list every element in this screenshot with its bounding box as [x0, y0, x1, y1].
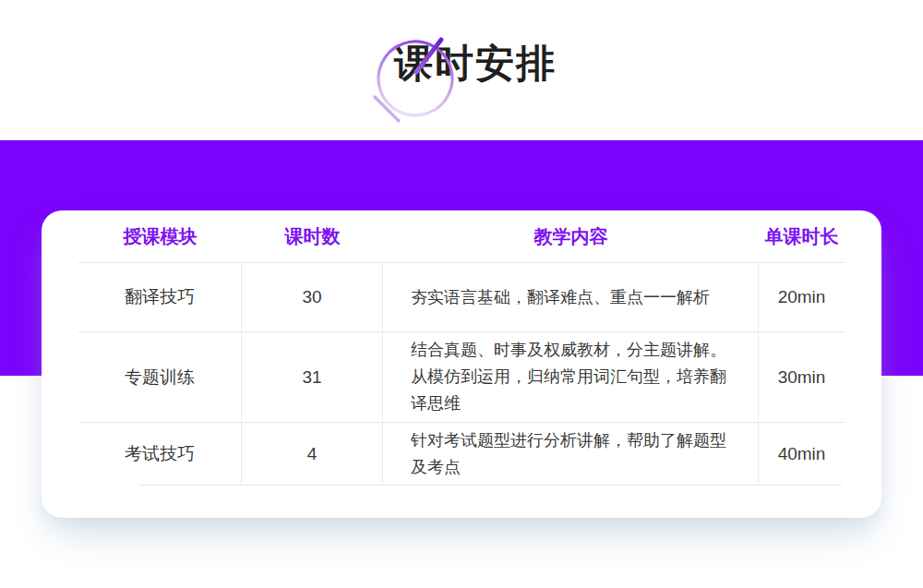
- column-header-content: 教学内容: [383, 210, 759, 263]
- table-row-2-duration: 30min: [759, 332, 845, 423]
- page-title: 课时安排: [394, 42, 557, 85]
- table-row-1-duration: 20min: [759, 263, 845, 332]
- table-row-3-content: 针对考试题型进行分析讲解，帮助了解题型及考点: [383, 423, 759, 485]
- title-wrap: 课时安排: [394, 42, 557, 85]
- table-row-1-module: 翻译技巧: [78, 263, 242, 332]
- table-bottom-border: [138, 485, 842, 486]
- column-header-duration: 单课时长: [759, 210, 845, 263]
- table-row-2-module: 专题训练: [78, 332, 242, 423]
- page: 课时安排 授课模块 课时数 教学内容 单课时长 翻译技巧 30 夯实语言基础，翻…: [0, 0, 923, 588]
- table-row-3-duration: 40min: [759, 423, 845, 485]
- table-row-2-hours: 31: [242, 332, 383, 423]
- table-row-1-content: 夯实语言基础，翻译难点、重点一一解析: [383, 263, 759, 332]
- table-row-3-hours: 4: [242, 423, 383, 485]
- table-row-2-content: 结合真题、时事及权威教材，分主题讲解。从模仿到运用，归纳常用词汇句型，培养翻译思…: [383, 332, 759, 423]
- hero-section: 课时安排: [0, 0, 923, 140]
- column-header-module: 授课模块: [78, 210, 242, 263]
- cross-tail-stroke: [375, 97, 399, 121]
- table-row-1-hours: 30: [242, 263, 383, 332]
- schedule-table: 授课模块 课时数 教学内容 单课时长 翻译技巧 30 夯实语言基础，翻译难点、重…: [78, 210, 845, 485]
- schedule-card: 授课模块 课时数 教学内容 单课时长 翻译技巧 30 夯实语言基础，翻译难点、重…: [42, 210, 881, 518]
- table-row-3-module: 考试技巧: [78, 423, 242, 485]
- column-header-hours: 课时数: [242, 210, 383, 263]
